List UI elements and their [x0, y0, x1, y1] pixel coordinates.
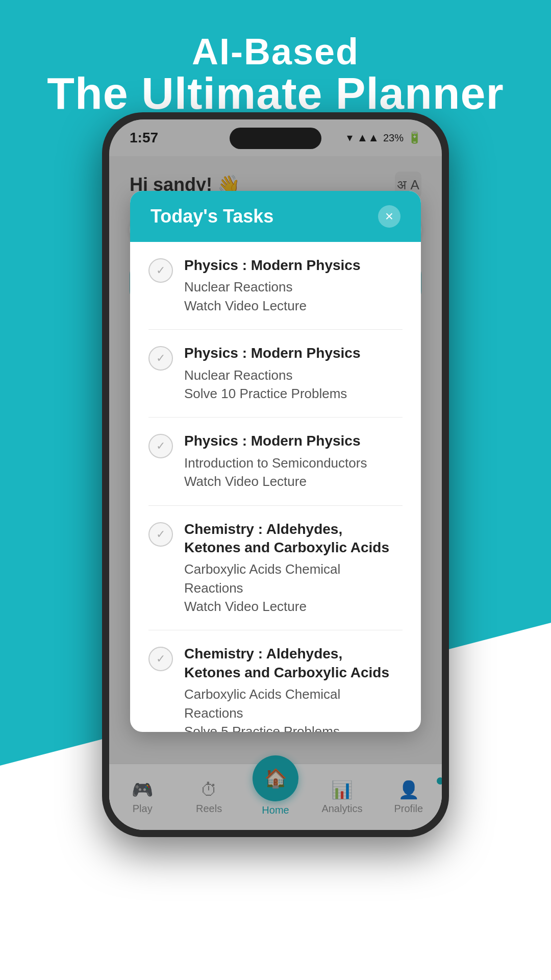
task-content-4: Chemistry : Aldehydes, Ketones and Carbo…	[184, 645, 403, 732]
dynamic-island	[230, 128, 321, 149]
task-topic-2: Introduction to SemiconductorsWatch Vide…	[184, 454, 403, 491]
check-mark-4: ✓	[156, 652, 165, 666]
task-subject-1: Physics : Modern Physics	[184, 344, 403, 362]
task-content-2: Physics : Modern Physics Introduction to…	[184, 432, 403, 491]
modal-overlay: Today's Tasks × ✓ Physics : Modern Physi…	[109, 119, 442, 830]
task-topic-3: Carboxylic Acids Chemical ReactionsWatch…	[184, 560, 403, 616]
tasks-modal: Today's Tasks × ✓ Physics : Modern Physi…	[130, 191, 421, 732]
phone-mockup: 1:57 ▾ ▲▲ 23% 🔋 Hi sandy! 👋 अ A 🔍 Search…	[102, 112, 449, 837]
check-circle-2[interactable]: ✓	[148, 434, 173, 458]
page-title: The Ultimate Planner	[0, 67, 551, 119]
check-circle-3[interactable]: ✓	[148, 522, 173, 547]
ai-label: AI-Based	[0, 31, 551, 72]
task-content-3: Chemistry : Aldehydes, Ketones and Carbo…	[184, 520, 403, 616]
modal-body[interactable]: ✓ Physics : Modern Physics Nuclear React…	[130, 242, 421, 732]
task-topic-4: Carboxylic Acids Chemical ReactionsSolve…	[184, 685, 403, 732]
task-subject-3: Chemistry : Aldehydes, Ketones and Carbo…	[184, 520, 403, 557]
task-item[interactable]: ✓ Chemistry : Aldehydes, Ketones and Car…	[148, 630, 403, 732]
task-subject-2: Physics : Modern Physics	[184, 432, 403, 450]
task-content-1: Physics : Modern Physics Nuclear Reactio…	[184, 344, 403, 403]
task-subject-0: Physics : Modern Physics	[184, 256, 403, 275]
check-mark-3: ✓	[156, 528, 165, 541]
modal-title: Today's Tasks	[151, 206, 273, 227]
phone-frame: 1:57 ▾ ▲▲ 23% 🔋 Hi sandy! 👋 अ A 🔍 Search…	[102, 112, 449, 837]
check-circle-0[interactable]: ✓	[148, 258, 173, 283]
phone-screen: 1:57 ▾ ▲▲ 23% 🔋 Hi sandy! 👋 अ A 🔍 Search…	[109, 119, 442, 830]
modal-header: Today's Tasks ×	[130, 191, 421, 242]
check-circle-4[interactable]: ✓	[148, 647, 173, 671]
close-button[interactable]: ×	[378, 205, 400, 228]
check-circle-1[interactable]: ✓	[148, 346, 173, 371]
check-mark-2: ✓	[156, 439, 165, 453]
task-content-0: Physics : Modern Physics Nuclear Reactio…	[184, 256, 403, 315]
task-item[interactable]: ✓ Physics : Modern Physics Introduction …	[148, 418, 403, 505]
task-subject-4: Chemistry : Aldehydes, Ketones and Carbo…	[184, 645, 403, 682]
task-topic-0: Nuclear ReactionsWatch Video Lecture	[184, 278, 403, 315]
page-header: AI-Based The Ultimate Planner	[0, 0, 551, 119]
task-item[interactable]: ✓ Physics : Modern Physics Nuclear React…	[148, 242, 403, 330]
check-mark-1: ✓	[156, 352, 165, 365]
check-mark-0: ✓	[156, 264, 165, 277]
task-topic-1: Nuclear ReactionsSolve 10 Practice Probl…	[184, 366, 403, 403]
task-item[interactable]: ✓ Chemistry : Aldehydes, Ketones and Car…	[148, 506, 403, 631]
task-item[interactable]: ✓ Physics : Modern Physics Nuclear React…	[148, 330, 403, 418]
